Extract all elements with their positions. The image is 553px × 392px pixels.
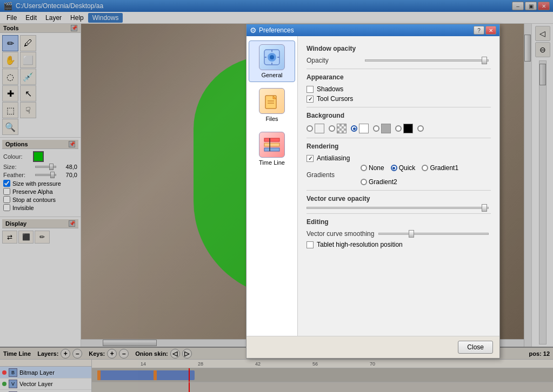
add-key-btn[interactable]: + bbox=[107, 349, 117, 359]
right-vscroll-thumb[interactable] bbox=[539, 64, 546, 85]
bg-option-lightgray[interactable] bbox=[373, 124, 391, 133]
bg-radio-white[interactable] bbox=[351, 125, 357, 132]
vector-opacity-slider[interactable] bbox=[307, 207, 489, 209]
options-panel-pin[interactable]: 📌 bbox=[69, 141, 75, 147]
fps-display: pos: 12 bbox=[529, 350, 550, 357]
keyframe-start-bitmap bbox=[97, 370, 101, 380]
display-btn-flip[interactable]: ⇄ bbox=[2, 231, 17, 244]
size-slider[interactable] bbox=[35, 166, 56, 168]
bg-option-checker[interactable] bbox=[329, 124, 347, 133]
antialiasing-checkbox[interactable] bbox=[307, 155, 314, 162]
maximize-button[interactable]: ▣ bbox=[525, 2, 537, 10]
stop-contours-checkbox[interactable] bbox=[3, 196, 10, 203]
tool-brush[interactable]: 🖊 bbox=[20, 35, 36, 51]
bg-radio-black[interactable] bbox=[395, 125, 402, 132]
layer-row-bitmap[interactable]: B Bitmap Layer bbox=[0, 367, 91, 379]
remove-layer-btn[interactable]: – bbox=[72, 349, 82, 359]
gradient-radio-gradient1[interactable] bbox=[422, 165, 428, 171]
ruler-14: 14 bbox=[141, 361, 146, 367]
playhead bbox=[189, 368, 190, 382]
nav-icon-files bbox=[259, 88, 285, 114]
shadows-checkbox[interactable] bbox=[307, 86, 314, 93]
canvas-hscroll-thumb[interactable] bbox=[103, 340, 157, 346]
tool-select-rect[interactable]: ⬚ bbox=[2, 102, 18, 118]
divider-5 bbox=[307, 213, 491, 214]
nav-item-general[interactable]: General bbox=[249, 40, 295, 82]
nav-item-timeline[interactable]: Time Line bbox=[249, 128, 295, 170]
menu-edit[interactable]: Edit bbox=[21, 13, 41, 23]
tool-select-arrow[interactable]: ↖ bbox=[20, 85, 36, 102]
menu-bar: File Edit Layer Help Windows bbox=[0, 12, 553, 24]
menu-layer[interactable]: Layer bbox=[41, 13, 66, 23]
invisible-checkbox[interactable] bbox=[3, 204, 10, 211]
menu-help[interactable]: Help bbox=[66, 13, 88, 23]
dialog-help-button[interactable]: ? bbox=[474, 26, 484, 35]
preserve-alpha-checkbox[interactable] bbox=[3, 188, 10, 195]
track-bitmap[interactable] bbox=[92, 368, 553, 382]
bg-radio-lightgray[interactable] bbox=[373, 125, 379, 132]
size-value: 48,0 bbox=[58, 164, 77, 170]
ruler-42: 42 bbox=[255, 361, 261, 367]
bg-radio-custom[interactable] bbox=[417, 125, 424, 132]
bg-radio-checker[interactable] bbox=[329, 125, 335, 132]
feather-slider[interactable] bbox=[35, 174, 56, 176]
canvas-vscrollbar[interactable] bbox=[524, 24, 531, 347]
layer-row-vector[interactable]: V Vector Layer bbox=[0, 379, 91, 390]
gradients-label: Gradients bbox=[307, 171, 361, 179]
onion-next-btn[interactable]: ▷ bbox=[182, 349, 192, 359]
tool-eraser[interactable]: ⬜ bbox=[20, 52, 36, 68]
bg-option-black[interactable] bbox=[395, 124, 413, 133]
close-button[interactable]: Close bbox=[458, 341, 493, 354]
minimize-button[interactable]: – bbox=[512, 2, 524, 10]
display-panel-pin[interactable]: 📌 bbox=[69, 220, 75, 227]
tool-smudge[interactable]: ◌ bbox=[2, 69, 18, 85]
dialog-close-x-button[interactable]: ✕ bbox=[485, 26, 496, 35]
bg-option-white[interactable] bbox=[351, 124, 369, 133]
opacity-slider[interactable] bbox=[365, 59, 489, 62]
gradient-radio-none[interactable] bbox=[361, 165, 367, 171]
gradient-quick-label[interactable]: Quick bbox=[391, 164, 416, 172]
colour-swatch[interactable] bbox=[33, 151, 44, 162]
tool-eyedropper[interactable]: 💉 bbox=[20, 69, 36, 85]
nav-item-files[interactable]: Files bbox=[249, 84, 295, 126]
tools-panel-pin[interactable]: 📌 bbox=[71, 25, 77, 31]
svg-point-2 bbox=[270, 55, 274, 59]
tool-zoom[interactable]: 🔍 bbox=[2, 119, 18, 135]
size-pressure-checkbox[interactable] bbox=[3, 180, 10, 187]
tools-panel-title: Tools 📌 bbox=[0, 24, 81, 33]
bg-option-none[interactable] bbox=[307, 124, 324, 133]
tool-hand2[interactable]: ✋ bbox=[2, 52, 18, 68]
menu-file[interactable]: File bbox=[2, 13, 21, 23]
layer-row-camera[interactable]: C Camera Layer bbox=[0, 390, 91, 392]
smoothing-slider[interactable] bbox=[378, 233, 489, 235]
gradient-radio-gradient2[interactable] bbox=[361, 179, 367, 185]
tool-move[interactable]: ✚ bbox=[2, 85, 18, 102]
gradient-gradient2-label[interactable]: Gradient2 bbox=[361, 178, 397, 186]
right-btn-minus[interactable]: ⊖ bbox=[535, 42, 550, 57]
tool-pencil[interactable]: ✏ bbox=[2, 35, 18, 51]
tool-cursors-checkbox[interactable] bbox=[307, 96, 314, 103]
onion-prev-btn[interactable]: ◁ bbox=[170, 349, 180, 359]
tool-pan[interactable]: ☟ bbox=[20, 102, 36, 118]
add-layer-btn[interactable]: + bbox=[61, 349, 70, 359]
bg-radio-none[interactable] bbox=[307, 125, 313, 132]
right-btn-arrow[interactable]: ◁ bbox=[535, 26, 550, 41]
opacity-label: Opacity bbox=[307, 57, 361, 64]
right-vscroll[interactable] bbox=[539, 60, 547, 344]
gradient-gradient1-label[interactable]: Gradient1 bbox=[422, 164, 458, 172]
menu-windows[interactable]: Windows bbox=[88, 13, 123, 23]
display-btn-bw[interactable]: ⬛ bbox=[18, 231, 34, 244]
canvas-vscroll-thumb[interactable] bbox=[524, 35, 531, 62]
keys-label: Keys: bbox=[89, 350, 105, 357]
gradient-radio-quick[interactable] bbox=[391, 165, 397, 171]
preserve-alpha-row: Preserve Alpha bbox=[3, 188, 77, 195]
track-vector[interactable] bbox=[92, 382, 553, 392]
tablet-label: Tablet high-resolution position bbox=[317, 241, 403, 248]
bg-option-custom[interactable] bbox=[417, 125, 424, 132]
remove-key-btn[interactable]: – bbox=[119, 349, 129, 359]
close-window-button[interactable]: ✕ bbox=[538, 2, 550, 10]
tablet-checkbox[interactable] bbox=[307, 241, 314, 248]
gradient-none-label[interactable]: None bbox=[361, 164, 384, 172]
nav-label-files: Files bbox=[265, 116, 278, 122]
display-btn-edit[interactable]: ✏ bbox=[35, 231, 50, 244]
